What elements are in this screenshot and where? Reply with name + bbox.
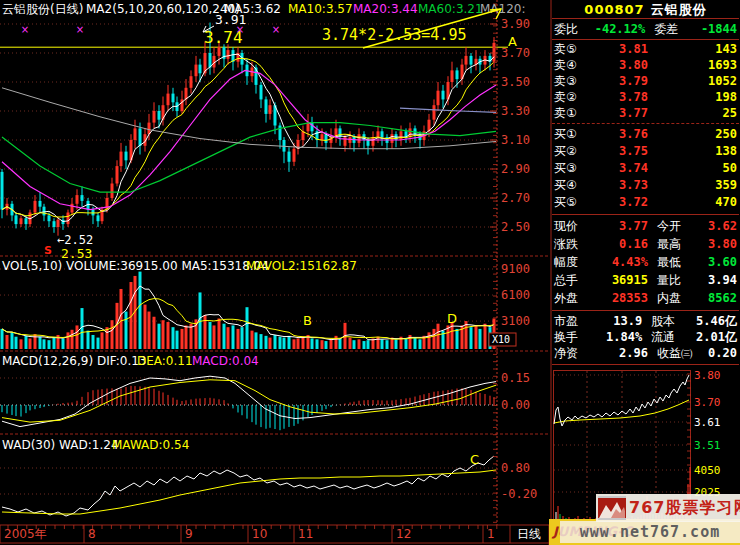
ask-row-price: 3.81: [592, 42, 648, 56]
stat-row: 幅度4.43%最低3.60: [551, 254, 740, 270]
bid-ask-divider: [552, 123, 739, 124]
main-pane-header: 云铝股份(日线): [2, 2, 83, 16]
volume-bar: [29, 338, 32, 349]
candle-body: [293, 149, 296, 162]
quote-title[interactable]: 000807云铝股份: [551, 1, 740, 17]
candle-body: [433, 105, 436, 120]
wad-pane-header: WAD(30) WAD:1.24: [2, 438, 119, 452]
stat-row-value2: 3.80: [705, 237, 737, 251]
wad-line: [2, 456, 494, 516]
volume-bar: [209, 322, 212, 349]
candle-body: [158, 111, 161, 120]
ask-row-qty: 1052: [648, 74, 737, 88]
volume-bar: [325, 341, 328, 349]
stock-name: 云铝股份: [651, 2, 707, 17]
bid-row-qty: 250: [648, 127, 737, 141]
bid-row[interactable]: 买④3.73359: [551, 177, 740, 193]
ask-row[interactable]: 卖④3.801693: [551, 57, 740, 73]
volume-axis-label: 6100: [501, 288, 530, 302]
ask-row-qty: 25: [648, 106, 737, 120]
ask-row-qty: 1693: [648, 58, 737, 72]
site-logo-icon: [598, 496, 626, 520]
candle-body: [57, 220, 60, 227]
stock-code: 000807: [584, 2, 644, 17]
volume-bar: [53, 338, 56, 349]
stat-row-value1: 4.43%: [588, 255, 648, 269]
volume-bar: [470, 327, 473, 349]
main-pane-header: MA20:3.44: [353, 2, 418, 16]
watermark-url[interactable]: www.net767.com: [560, 521, 740, 543]
candle-body: [451, 70, 454, 82]
low-price-annotation: ←2.52: [57, 233, 93, 247]
volume-bar: [479, 329, 482, 349]
volume-bar: [158, 324, 161, 349]
candle-body: [15, 215, 18, 224]
stat-row-label2: 今开: [648, 218, 705, 235]
ask-row-label: 卖⑤: [554, 41, 592, 58]
volume-bar: [176, 331, 179, 349]
bid-row[interactable]: 买②3.75138: [551, 143, 740, 159]
volume-bar: [279, 337, 282, 349]
candle-body: [288, 152, 291, 162]
ask-row-price: 3.79: [592, 74, 648, 88]
bid-row-label: 买②: [554, 143, 592, 160]
volume-bar: [87, 331, 90, 349]
volume-bar: [288, 336, 291, 349]
price-axis-label: 2.90: [501, 162, 530, 176]
volume-bar: [139, 272, 142, 349]
candle-body: [307, 123, 310, 132]
volume-bar: [101, 332, 104, 349]
watermark-site[interactable]: 767股票学习网: [596, 494, 740, 522]
volume-bar: [227, 327, 230, 349]
stat-row-label1: 现价: [554, 218, 588, 235]
bid-row-price: 3.73: [592, 178, 648, 192]
ask-row-price: 3.77: [592, 106, 648, 120]
stat-row-label2: 最低: [648, 254, 705, 271]
weibi-value: -42.12%: [587, 22, 645, 36]
main-pane-header: MA120:: [480, 2, 526, 16]
vol-pane-header: VOL(5,10) VOLUME:36915.00 MA5:15318.04: [2, 259, 269, 273]
volume-axis-label: 9100: [501, 262, 530, 276]
stat-row-label2: 最高: [648, 236, 705, 253]
candle-body: [81, 195, 84, 201]
ask-row[interactable]: 卖⑤3.81143: [551, 41, 740, 57]
bid-row[interactable]: 买⑤3.72470: [551, 194, 740, 210]
sell-signal-mark: S: [44, 244, 52, 257]
expert-x-mark: ×: [76, 24, 84, 35]
volume-bar: [185, 325, 188, 349]
ask-row-price: 3.78: [592, 90, 648, 104]
bid-row-price: 3.74: [592, 161, 648, 175]
volume-bar: [223, 324, 226, 349]
bid-row[interactable]: 买③3.7450: [551, 160, 740, 176]
candle-body: [260, 85, 263, 100]
volume-bar: [293, 339, 296, 349]
price-axis-label: 3.50: [501, 75, 530, 89]
bid-row-price: 3.72: [592, 195, 648, 209]
main-pane-header: MA60:3.21: [418, 2, 483, 16]
ask-row[interactable]: 卖③3.791052: [551, 73, 740, 89]
volume-bar: [39, 337, 42, 349]
macd-pane-header: MACD(12,26,9) DIF:0.13: [2, 354, 146, 368]
bid-row-qty: 50: [648, 161, 737, 175]
bid-row-label: 买⑤: [554, 194, 592, 211]
ask-row[interactable]: 卖①3.7725: [551, 105, 740, 121]
period-selector[interactable]: 日线: [517, 527, 541, 541]
volume-bar: [311, 338, 314, 349]
candle-body: [227, 50, 230, 59]
ask-row[interactable]: 卖②3.78198: [551, 89, 740, 105]
dif-line: [2, 376, 496, 426]
bid-row[interactable]: 买①3.76250: [551, 126, 740, 142]
timeline-month-label: 12: [396, 527, 411, 541]
candle-body: [493, 43, 496, 62]
macd-axis-label: 0.00: [501, 398, 530, 412]
volume-bar: [358, 339, 361, 349]
volume-bar: [106, 327, 109, 349]
volume-bar: [302, 337, 305, 349]
stat-row-value2: 3.62: [705, 219, 737, 233]
stat-row-label2: 内盘: [648, 290, 705, 307]
candle-body: [400, 131, 403, 140]
stock-app-window: 3.903.703.503.303.102.902.702.5091006100…: [0, 0, 740, 545]
candle-body: [269, 105, 272, 114]
volume-bar: [330, 339, 333, 349]
volume-bar: [1, 329, 4, 349]
